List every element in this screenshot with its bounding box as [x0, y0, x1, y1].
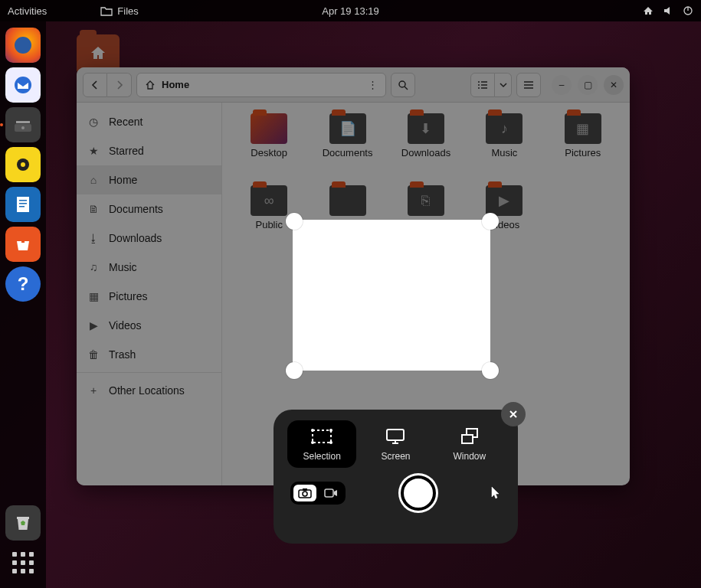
svg-rect-23: [303, 488, 307, 491]
svg-rect-11: [17, 517, 29, 519]
volume-icon[interactable]: [663, 5, 673, 16]
svg-rect-7: [17, 197, 29, 212]
folder-icon: [100, 5, 113, 16]
dock-files[interactable]: [5, 107, 41, 142]
dock-rhythmbox[interactable]: [5, 147, 41, 182]
screen-icon: [385, 426, 406, 446]
mode-screen[interactable]: Screen: [361, 420, 430, 468]
video-icon: [324, 488, 338, 498]
svg-rect-9: [19, 203, 27, 204]
svg-point-14: [311, 429, 314, 432]
topbar-app-menu[interactable]: Files: [100, 5, 138, 17]
show-applications[interactable]: [5, 545, 41, 580]
dock-writer[interactable]: [5, 187, 41, 222]
svg-point-6: [21, 162, 25, 167]
selection-handle-bl[interactable]: [286, 362, 303, 379]
dock: ?: [0, 21, 46, 588]
selection-handle-br[interactable]: [482, 362, 499, 379]
selection-handle-tl[interactable]: [286, 213, 303, 230]
close-icon: [509, 410, 518, 419]
svg-point-22: [303, 492, 307, 496]
svg-rect-8: [19, 200, 27, 201]
cursor-icon: [490, 486, 501, 500]
selection-handle-tr[interactable]: [482, 213, 499, 230]
screenshot-panel: Selection Screen Window: [274, 410, 518, 544]
svg-rect-13: [313, 430, 331, 443]
mode-label: Screen: [381, 451, 410, 462]
mode-label: Window: [453, 451, 486, 462]
svg-point-1: [15, 77, 31, 93]
show-pointer-toggle[interactable]: [490, 486, 501, 500]
capture-type-toggle: [290, 482, 346, 505]
svg-point-4: [21, 126, 25, 129]
dock-trash[interactable]: [5, 505, 41, 541]
dock-thunderbird[interactable]: [5, 67, 41, 103]
mode-selection[interactable]: Selection: [287, 420, 356, 468]
mode-label: Selection: [303, 451, 340, 462]
svg-point-15: [329, 429, 332, 432]
window-icon: [459, 426, 480, 446]
gnome-topbar: Activities Files Apr 19 13:19: [0, 0, 701, 21]
photo-mode-button[interactable]: [293, 485, 316, 501]
svg-point-16: [311, 441, 314, 444]
dock-firefox[interactable]: [5, 28, 41, 63]
selection-icon: [310, 426, 333, 446]
camera-icon: [298, 488, 312, 498]
screenshot-close-button[interactable]: [501, 402, 526, 426]
topbar-clock[interactable]: Apr 19 13:19: [322, 5, 378, 17]
topbar-app-label: Files: [117, 5, 138, 17]
svg-rect-24: [325, 489, 333, 497]
capture-button[interactable]: [401, 475, 436, 511]
screenshot-selection[interactable]: [293, 220, 490, 371]
activities-button[interactable]: Activities: [8, 5, 47, 17]
mode-window[interactable]: Window: [435, 420, 504, 468]
dock-help[interactable]: ?: [5, 266, 41, 302]
svg-rect-18: [387, 430, 404, 440]
power-icon[interactable]: [683, 5, 693, 16]
dock-software[interactable]: [5, 227, 41, 262]
svg-rect-2: [16, 121, 30, 123]
svg-point-17: [329, 441, 332, 444]
svg-rect-10: [19, 206, 25, 207]
svg-rect-20: [462, 435, 473, 443]
network-icon[interactable]: [643, 5, 654, 16]
video-mode-button[interactable]: [319, 485, 342, 501]
